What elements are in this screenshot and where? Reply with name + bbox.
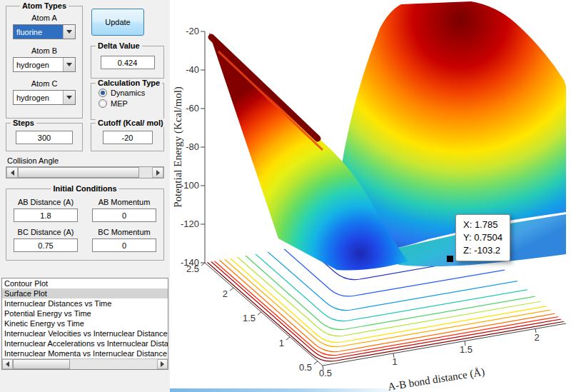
svg-text:2.5: 2.5 bbox=[186, 263, 199, 274]
radio-dynamics[interactable]: Dynamics bbox=[98, 89, 163, 97]
background-window-edge bbox=[170, 388, 405, 392]
atom-c-select[interactable]: hydrogen bbox=[13, 90, 76, 105]
atom-a-value: fluorine bbox=[14, 25, 63, 39]
calculation-type-title: Calculation Type bbox=[96, 79, 162, 87]
radio-selected-icon bbox=[98, 89, 107, 97]
figure-area: -20 -40 -60 -80 -100 -120 -140 2.5 2 1.5… bbox=[170, 0, 571, 392]
chevron-down-icon bbox=[63, 25, 75, 39]
listbox-scroll-track[interactable] bbox=[70, 359, 157, 369]
radio-mep-label: MEP bbox=[111, 99, 128, 108]
delta-value-title: Delta Value bbox=[96, 41, 142, 50]
cutoff-title: Cutoff (Kcal/ mol) bbox=[96, 119, 166, 127]
steps-input[interactable] bbox=[16, 131, 73, 144]
svg-text:1.5: 1.5 bbox=[460, 344, 473, 355]
arrow-right-icon bbox=[161, 361, 164, 367]
atom-b-select[interactable]: hydrogen bbox=[13, 57, 76, 72]
bc-distance-label: BC Distance (A) bbox=[6, 228, 85, 236]
calculation-type-group: Calculation Type Dynamics MEP bbox=[91, 83, 164, 120]
ab-distance-label: AB Distance (A) bbox=[6, 198, 85, 206]
atom-types-title: Atom Types bbox=[20, 1, 69, 10]
control-panel: Atom Types Atom A fluorine Atom B hydrog… bbox=[0, 0, 170, 392]
atom-b-label: Atom B bbox=[6, 46, 82, 55]
list-item-selected[interactable]: Surface Plot bbox=[2, 288, 168, 298]
svg-text:-60: -60 bbox=[186, 103, 199, 114]
plot-type-items: Contour Plot Surface Plot Internuclear D… bbox=[2, 278, 168, 358]
ab-distance-input[interactable] bbox=[14, 208, 78, 222]
surface-plot: -20 -40 -60 -80 -100 -120 -140 2.5 2 1.5… bbox=[170, 0, 571, 392]
svg-text:1.5: 1.5 bbox=[243, 313, 256, 323]
y-axis-label: Potential Energy (Kcal/mol) bbox=[172, 86, 184, 208]
svg-text:2: 2 bbox=[534, 332, 539, 343]
list-item[interactable]: Potential Energy vs Time bbox=[2, 308, 168, 318]
svg-text:2: 2 bbox=[223, 288, 228, 299]
chevron-down-icon bbox=[63, 58, 75, 71]
svg-text:0.5: 0.5 bbox=[299, 362, 312, 373]
list-item[interactable]: Internuclear Distances vs Time bbox=[2, 298, 168, 308]
bc-distance-input[interactable] bbox=[14, 238, 78, 252]
slider-track[interactable] bbox=[139, 167, 152, 178]
svg-text:-20: -20 bbox=[186, 26, 199, 36]
datatip[interactable]: X: 1.785 Y: 0.7504 Z: -103.2 bbox=[455, 214, 510, 261]
svg-text:-40: -40 bbox=[186, 64, 199, 75]
atom-types-group: Atom Types Atom A fluorine Atom B hydrog… bbox=[6, 6, 83, 119]
delta-value-group: Delta Value bbox=[91, 46, 164, 79]
svg-text:0.5: 0.5 bbox=[319, 368, 332, 378]
slider-left-arrow[interactable] bbox=[6, 167, 18, 178]
svg-text:-80: -80 bbox=[186, 141, 199, 152]
list-item[interactable]: Kinetic Energy vs Time bbox=[2, 318, 168, 328]
arrow-right-icon bbox=[156, 170, 160, 176]
listbox-hscrollbar bbox=[2, 358, 168, 369]
slider-right-arrow[interactable] bbox=[152, 167, 163, 178]
radio-unselected-icon bbox=[98, 99, 107, 108]
ab-momentum-label: AB Momentum bbox=[85, 198, 163, 206]
radio-mep[interactable]: MEP bbox=[98, 99, 163, 108]
plot-type-listbox: Contour Plot Surface Plot Internuclear D… bbox=[1, 278, 168, 370]
datatip-y: Y: 0.7504 bbox=[463, 231, 502, 244]
datatip-z: Z: -103.2 bbox=[463, 244, 502, 257]
steps-title: Steps bbox=[11, 119, 36, 127]
arrow-left-icon bbox=[11, 170, 14, 176]
initial-conditions-title: Initial Conditions bbox=[51, 184, 118, 193]
radio-dynamics-label: Dynamics bbox=[111, 89, 145, 97]
update-button[interactable]: Update bbox=[91, 9, 144, 36]
listbox-scroll-right[interactable] bbox=[157, 359, 168, 369]
svg-text:-120: -120 bbox=[181, 218, 199, 229]
collision-angle-label: Collision Angle bbox=[7, 156, 59, 165]
datatip-marker[interactable] bbox=[447, 256, 453, 262]
svg-text:1: 1 bbox=[279, 338, 284, 348]
svg-text:1: 1 bbox=[392, 356, 397, 367]
chevron-down-icon bbox=[63, 91, 75, 104]
initial-conditions-group: Initial Conditions AB Distance (A) AB Mo… bbox=[6, 189, 164, 261]
ab-momentum-input[interactable] bbox=[92, 208, 156, 222]
atom-a-select[interactable]: fluorine bbox=[13, 24, 76, 39]
listbox-scroll-left[interactable] bbox=[2, 359, 13, 369]
slider-thumb[interactable] bbox=[18, 167, 139, 178]
list-item[interactable]: Internuclear Momenta vs Internuclear Dis… bbox=[2, 348, 168, 358]
list-item[interactable]: Internuclear Velocities vs Internuclear … bbox=[2, 328, 168, 338]
bc-momentum-label: BC Momentum bbox=[85, 228, 163, 236]
steps-group: Steps bbox=[6, 123, 83, 151]
atom-c-label: Atom C bbox=[6, 79, 82, 88]
cutoff-input[interactable] bbox=[103, 131, 153, 144]
datatip-x: X: 1.785 bbox=[463, 218, 502, 231]
list-item[interactable]: Internuclear Accelerations vs Internucle… bbox=[2, 338, 168, 348]
list-item[interactable]: Contour Plot bbox=[2, 278, 168, 288]
delta-value-input[interactable] bbox=[101, 56, 155, 69]
atom-b-value: hydrogen bbox=[14, 58, 63, 71]
listbox-scroll-thumb[interactable] bbox=[13, 359, 70, 369]
atom-c-value: hydrogen bbox=[14, 91, 63, 104]
arrow-left-icon bbox=[6, 361, 9, 367]
collision-angle-slider bbox=[6, 166, 164, 179]
cutoff-group: Cutoff (Kcal/ mol) bbox=[91, 123, 164, 151]
bc-momentum-input[interactable] bbox=[92, 238, 156, 252]
atom-a-label: Atom A bbox=[6, 14, 82, 22]
